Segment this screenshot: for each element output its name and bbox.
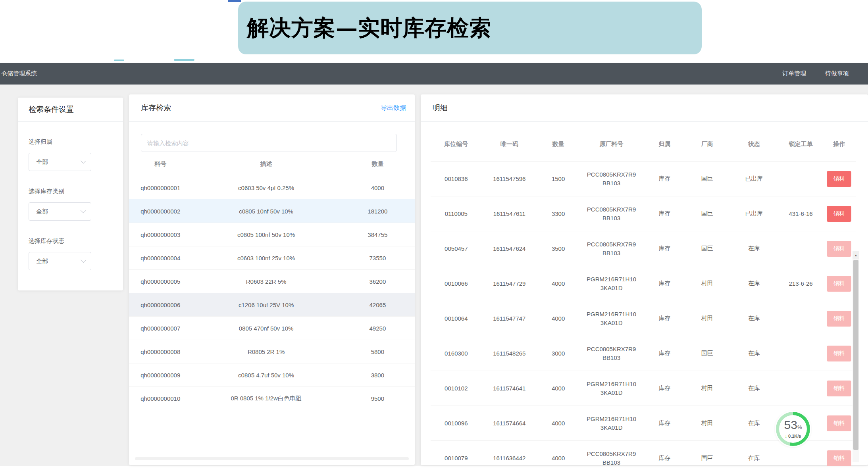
filter-field-category: 选择库存类别 全部 (29, 188, 112, 221)
app-header: 仓储管理系统 订单管理 待做事项 (0, 63, 868, 85)
cell-location: 0010096 (431, 420, 482, 427)
cell-location: 0010836 (431, 175, 482, 182)
search-table-row[interactable]: qh0000000010 0R 0805 1% 1/2w白色电阻 9500 (129, 386, 415, 410)
detail-table-row: 0010066 1611547729 4000 PGRM216R71H10 3K… (431, 266, 856, 301)
cell-location: 0010102 (431, 385, 482, 392)
sell-material-button[interactable]: 销料 (827, 241, 851, 257)
sell-material-button[interactable]: 销料 (827, 346, 851, 361)
cell-description: c0805 4.7uf 50v 10% (192, 372, 340, 379)
nav-todo-items[interactable]: 待做事项 (825, 70, 849, 77)
detail-table-row: 0160300 1611548265 3000 PCC0805KRX7R9 BB… (431, 336, 856, 371)
sell-material-button[interactable]: 销料 (827, 276, 851, 292)
sell-material-button[interactable]: 销料 (827, 171, 851, 187)
cell-part-no: qh0000000009 (129, 372, 192, 379)
cell-location: 0010079 (431, 455, 482, 461)
vertical-scrollbar[interactable]: ▲ (853, 251, 859, 462)
cell-vendor: 国巨 (686, 210, 728, 217)
cell-description: R0805 2R 1% (192, 348, 340, 355)
cell-quantity: 4000 (537, 280, 579, 287)
cell-status: 在库 (728, 245, 779, 252)
chevron-down-icon (81, 257, 86, 263)
sell-material-button[interactable]: 销料 (827, 311, 851, 327)
search-table-row[interactable]: qh0000000006 c1206 10uf 25V 10% 42065 (129, 293, 415, 316)
search-panel-title: 库存检索 (141, 103, 171, 113)
cell-owner: 库存 (643, 350, 686, 357)
detail-table-row: 0010102 1611574641 4000 PGRM216R71H10 3K… (431, 371, 856, 406)
column-header-description: 描述 (192, 160, 340, 168)
search-table-row[interactable]: qh0000000004 c0603 100nf 25v 10% 73550 (129, 246, 415, 269)
cell-quantity: 49250 (341, 325, 415, 332)
cell-owner: 库存 (643, 419, 686, 427)
cell-action: 销料 (822, 276, 856, 292)
horizontal-scrollbar[interactable] (135, 457, 409, 460)
cell-status: 已出库 (728, 210, 779, 217)
column-header-quantity: 数量 (537, 140, 579, 148)
cell-part-no: qh0000000010 (129, 395, 192, 402)
select-value: 全部 (36, 208, 48, 215)
scroll-up-arrow-icon[interactable]: ▲ (853, 251, 859, 259)
filter-field-status: 选择库存状态 全部 (29, 237, 112, 270)
search-table-row[interactable]: qh0000000005 R0603 22R 5% 36200 (129, 269, 415, 293)
cell-vendor: 村田 (686, 384, 728, 392)
detail-table-row: 0050457 1611547624 3500 PCC0805KRX7R9 BB… (431, 231, 856, 266)
cell-status: 在库 (728, 419, 779, 427)
filter-panel: 检索条件设置 选择归属 全部 选择库存类别 全部 选择库存状态 全部 (18, 98, 123, 290)
sell-material-button[interactable]: 销料 (827, 381, 851, 396)
cell-part-no: qh0000000006 (129, 302, 192, 308)
cell-status: 在库 (728, 384, 779, 392)
app-title: 仓储管理系统 (0, 70, 37, 77)
cell-quantity: 5800 (341, 348, 415, 355)
cell-work-order: 431-6-16 (779, 210, 822, 217)
progress-ring-inner: 53% ↓ 0.1K/s (779, 415, 807, 443)
detail-table-row: 0010064 1611547747 4000 PGRM216R71H10 3K… (431, 301, 856, 336)
cell-unique-code: 1611547596 (482, 175, 537, 182)
category-select[interactable]: 全部 (29, 202, 91, 221)
export-data-link[interactable]: 导出数据 (381, 104, 406, 112)
select-value: 全部 (36, 158, 48, 166)
cell-action: 销料 (822, 206, 856, 222)
search-table-row[interactable]: qh0000000008 R0805 2R 1% 5800 (129, 340, 415, 363)
nav-order-management[interactable]: 订单管理 (782, 70, 806, 77)
cell-owner: 库存 (643, 454, 686, 462)
search-input[interactable] (141, 134, 397, 152)
cell-vendor: 国巨 (686, 350, 728, 357)
scrollbar-thumb[interactable] (853, 260, 858, 450)
progress-ring: 53% ↓ 0.1K/s (776, 412, 810, 446)
cell-quantity: 3800 (341, 372, 415, 379)
cell-action: 销料 (822, 450, 856, 466)
cell-oem-part: PCC0805KRX7R9 BB103 (579, 345, 643, 362)
search-table-row[interactable]: qh0000000003 c0805 100nf 50v 10% 384755 (129, 223, 415, 246)
search-table-row[interactable]: qh0000000007 0805 470nf 50v 10% 49250 (129, 316, 415, 340)
cell-oem-part: PCC0805KRX7R9 BB103 (579, 450, 643, 467)
status-select[interactable]: 全部 (29, 252, 91, 270)
search-table-row[interactable]: qh0000000002 c0805 10nf 50v 10% 181200 (129, 199, 415, 223)
progress-percent: 53% (784, 419, 802, 433)
owner-select[interactable]: 全部 (29, 153, 91, 171)
column-header-part-no: 料号 (129, 160, 192, 168)
net-speed-badge[interactable]: 53% ↓ 0.1K/s (776, 412, 810, 446)
cell-action: 销料 (822, 241, 856, 257)
deco-blue-line (228, 0, 241, 2)
cell-location: 0050457 (431, 245, 482, 252)
search-table-row[interactable]: qh0000000001 c0603 50v 4pf 0.25% 4000 (129, 176, 415, 199)
column-header-status: 状态 (728, 140, 779, 148)
cell-vendor: 村田 (686, 419, 728, 427)
cell-unique-code: 1611547624 (482, 245, 537, 252)
cell-description: c0805 100nf 50v 10% (192, 231, 340, 238)
cell-vendor: 村田 (686, 315, 728, 322)
sell-material-button[interactable]: 销料 (827, 450, 851, 466)
cell-owner: 库存 (643, 315, 686, 322)
search-table-row[interactable]: qh0000000009 c0805 4.7uf 50v 10% 3800 (129, 363, 415, 386)
cell-quantity: 4000 (537, 315, 579, 322)
cell-vendor: 村田 (686, 280, 728, 287)
sell-material-button[interactable]: 销料 (827, 206, 851, 222)
filter-field-owner: 选择归属 全部 (29, 138, 112, 171)
cell-quantity: 36200 (341, 278, 415, 285)
column-header-owner: 归属 (643, 140, 686, 148)
detail-table-row: 0110005 1611547611 3300 PCC0805KRX7R9 BB… (431, 196, 856, 231)
filter-panel-title: 检索条件设置 (29, 104, 74, 115)
sell-material-button[interactable]: 销料 (827, 415, 851, 431)
cell-location: 0010066 (431, 280, 482, 287)
column-header-vendor: 厂商 (686, 140, 728, 148)
cell-quantity: 42065 (341, 302, 415, 308)
